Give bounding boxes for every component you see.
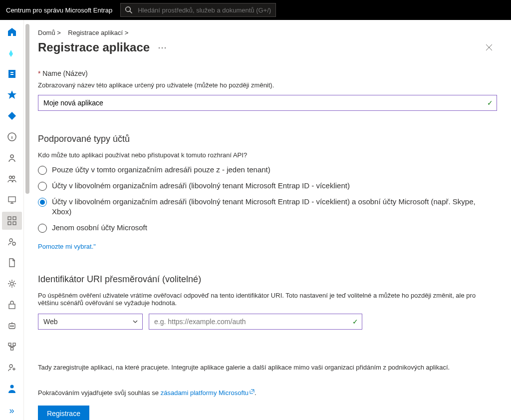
- search-icon: [125, 6, 133, 14]
- brand-label: Centrum pro správu Microsoft Entrap: [6, 6, 112, 14]
- global-search[interactable]: [120, 3, 276, 17]
- top-bar: Centrum pro správu Microsoft Entrap: [0, 0, 511, 20]
- global-search-input[interactable]: [137, 3, 275, 16]
